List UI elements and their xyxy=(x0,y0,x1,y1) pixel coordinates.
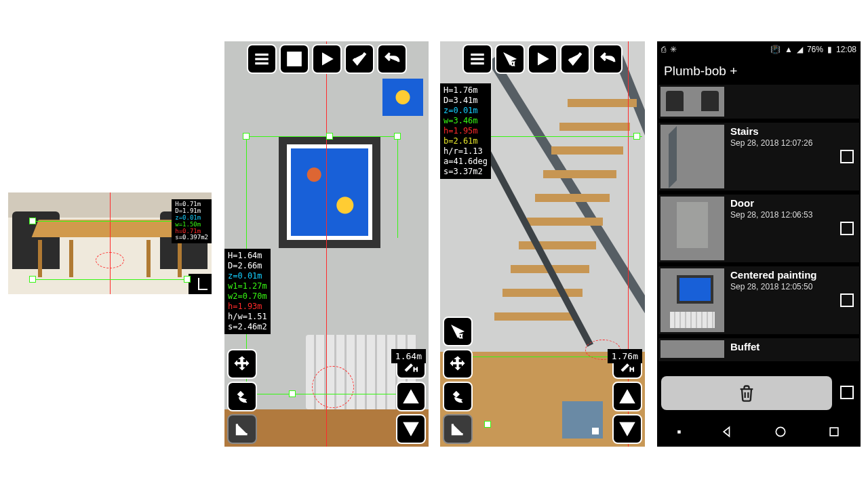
toolbar-left: α xyxy=(443,317,473,444)
svg-text:H: H xyxy=(629,365,634,373)
list-item[interactable]: Centered painting Sep 28, 2018 12:05:50 xyxy=(658,266,859,334)
app-title: Plumb-bob + xyxy=(657,58,861,85)
canvas: H=0.71m D=1.91m z=0.01m w=1.50m h=0.71m … xyxy=(0,0,868,488)
angle-cursor-button[interactable]: α xyxy=(443,317,473,346)
guide-line xyxy=(397,136,398,238)
recent-icon[interactable] xyxy=(827,425,841,439)
svg-point-5 xyxy=(776,427,785,436)
play-button[interactable] xyxy=(528,44,557,74)
mini-preview xyxy=(382,79,423,116)
svg-rect-6 xyxy=(830,428,838,436)
painting xyxy=(279,136,380,248)
signal-icon: ◢ xyxy=(797,45,803,54)
trash-icon xyxy=(737,384,756,403)
item-date: Sep 28, 2018 12:05:50 xyxy=(730,282,817,291)
item-name: Buffet xyxy=(730,341,760,352)
wifi-icon: ▲ xyxy=(785,45,793,54)
svg-text:α: α xyxy=(458,331,462,340)
item-name: Door xyxy=(730,197,812,209)
guide-line xyxy=(33,221,187,222)
toolbar-left xyxy=(227,349,257,444)
distance-label: 1.76m xyxy=(608,349,642,363)
mini-preview xyxy=(189,274,212,294)
checkbox[interactable] xyxy=(840,222,854,235)
home-icon[interactable] xyxy=(774,425,787,439)
target-circle xyxy=(312,366,354,408)
item-date: Sep 28, 2018 12:06:53 xyxy=(730,210,812,220)
target-circle xyxy=(96,252,124,268)
svg-text:H: H xyxy=(413,365,418,373)
status-bar: ⎙ ✳ 📳 ▲ ◢ 76% ▮ 12:08 xyxy=(657,41,861,58)
list-item[interactable]: Stairs Sep 28, 2018 12:07:26 xyxy=(658,123,859,190)
select-all-checkbox[interactable] xyxy=(840,386,854,399)
thumbnail xyxy=(660,125,724,188)
battery-icon: ▮ xyxy=(827,45,832,54)
delete-button[interactable] xyxy=(661,376,832,410)
toolbar-right: H 1.64m xyxy=(396,349,426,444)
drop-point-button[interactable] xyxy=(612,414,642,444)
drop-point-button[interactable] xyxy=(396,414,426,444)
confirm-button[interactable] xyxy=(344,44,374,74)
menu-button[interactable] xyxy=(247,44,277,74)
play-button[interactable] xyxy=(312,44,342,74)
item-date: Sep 28, 2018 12:07:26 xyxy=(730,138,812,148)
screenshot-list: ⎙ ✳ 📳 ▲ ◢ 76% ▮ 12:08 Plumb-bob + Stairs… xyxy=(657,41,861,447)
list-item[interactable]: Door Sep 28, 2018 12:06:53 xyxy=(658,195,859,262)
item-name: Stairs xyxy=(730,125,812,137)
measurement-list: Stairs Sep 28, 2018 12:07:26 Door Sep 28… xyxy=(657,85,861,361)
checkbox[interactable] xyxy=(840,293,854,307)
checkbox[interactable] xyxy=(840,150,854,163)
item-name: Centered painting xyxy=(730,269,817,281)
bug-icon: ✳ xyxy=(670,45,677,54)
measurements-overlay: H=1.64m D=2.66m z=0.01m w1=1.27m w2=0.70… xyxy=(224,249,271,334)
move-button[interactable] xyxy=(443,349,473,379)
toolbar-top: α xyxy=(462,44,623,74)
thumbnail xyxy=(660,268,724,332)
list-item[interactable]: Buffet xyxy=(658,338,859,361)
grid-button[interactable] xyxy=(279,44,309,74)
distance-label: 1.64m xyxy=(391,349,426,363)
measurements-overlay: H=1.76m D=3.41m z=0.01m w=3.46m h=1.95m … xyxy=(440,83,491,179)
mini-preview xyxy=(562,401,603,439)
measurements-overlay: H=0.71m D=1.91m z=0.01m w=1.50m h=0.71m … xyxy=(172,199,212,243)
vibrate-icon: 📳 xyxy=(770,45,781,54)
usb-icon: ⎙ xyxy=(661,45,666,54)
menu-button[interactable] xyxy=(462,44,492,74)
axes-button[interactable] xyxy=(443,414,473,444)
share-button[interactable] xyxy=(443,382,473,411)
add-point-button[interactable] xyxy=(396,382,426,411)
undo-button[interactable] xyxy=(377,44,407,74)
axes-button[interactable] xyxy=(227,414,257,444)
nav-menu-icon[interactable]: ▪ xyxy=(677,425,681,439)
thumbnail xyxy=(660,87,724,117)
back-icon[interactable] xyxy=(721,425,734,439)
svg-rect-0 xyxy=(288,52,301,66)
confirm-button[interactable] xyxy=(560,44,590,74)
thumbnail xyxy=(660,197,724,260)
undo-button[interactable] xyxy=(593,44,623,74)
move-button[interactable] xyxy=(227,349,257,379)
guide-line xyxy=(33,279,187,280)
screenshot-table: H=0.71m D=1.91m z=0.01m w=1.50m h=0.71m … xyxy=(8,192,212,294)
angle-cursor-button[interactable]: α xyxy=(495,44,525,74)
battery-pct: 76% xyxy=(807,45,823,54)
svg-text:α: α xyxy=(511,59,515,67)
toolbar-top xyxy=(247,44,407,74)
list-item[interactable] xyxy=(658,85,859,119)
screenshot-stairs: α H=1.76m D=3.41m z=0.01m w=3.46m h=1.95… xyxy=(440,41,645,447)
screenshot-painting: H=1.64m D=2.66m z=0.01m w1=1.27m w2=0.70… xyxy=(224,41,429,447)
thumbnail xyxy=(660,340,724,358)
add-point-button[interactable] xyxy=(612,382,642,411)
guide-line xyxy=(245,136,397,137)
clock: 12:08 xyxy=(836,45,856,54)
android-navbar: ▪ xyxy=(657,417,861,447)
share-button[interactable] xyxy=(227,382,257,411)
toolbar-right: H 1.76m xyxy=(612,349,642,444)
